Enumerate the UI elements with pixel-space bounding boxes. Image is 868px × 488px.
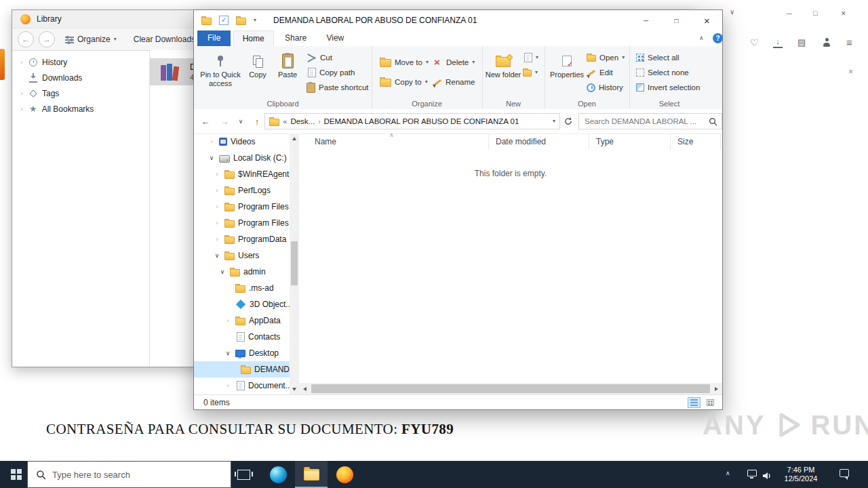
tree-item[interactable]: 3D Object... [194, 296, 290, 312]
clear-downloads-button[interactable]: Clear Downloads [127, 33, 202, 46]
chevron-collapsed-icon[interactable]: › [224, 317, 232, 324]
chevron-collapsed-icon[interactable]: › [213, 171, 221, 178]
library-icon[interactable]: ▤ [797, 37, 806, 47]
tree-item[interactable]: ∨Users [194, 247, 290, 264]
explorer-maximize-button[interactable]: □ [661, 10, 692, 30]
tab-overflow-chevron-icon[interactable]: ∨ [730, 8, 734, 16]
chevron-expanded-icon[interactable]: ∨ [224, 350, 232, 357]
tree-item[interactable]: DEMAND... [194, 361, 290, 378]
paste-shortcut-button[interactable]: Paste shortcut [307, 80, 369, 95]
details-view-button[interactable] [688, 397, 701, 408]
tab-home[interactable]: Home [233, 30, 274, 46]
chevron-collapsed-icon[interactable]: › [208, 138, 216, 145]
copy-path-button[interactable]: Copy path [307, 65, 355, 80]
refresh-button[interactable] [561, 113, 575, 129]
taskbar-clock[interactable]: 7:46 PM 12/5/2024 [777, 466, 825, 483]
tree-item[interactable]: ›Program Files [194, 199, 290, 215]
chevron-expanded-icon[interactable]: ∨ [213, 252, 221, 259]
sidebar-item-history[interactable]: ›History [12, 54, 149, 70]
chevron-expanded-icon[interactable]: ∨ [218, 268, 226, 275]
scroll-left-button[interactable] [299, 383, 311, 394]
qat-customize-chevron-icon[interactable]: ▾ [254, 18, 256, 23]
sidebar-item-tags[interactable]: ›Tags [12, 85, 149, 101]
explorer-search-input[interactable] [579, 117, 709, 125]
open-button[interactable]: Open ▾ [587, 50, 625, 65]
menu-icon[interactable]: ≡ [846, 37, 852, 48]
scroll-right-button[interactable] [711, 383, 722, 394]
tree-item[interactable]: .ms-ad [194, 280, 290, 296]
select-all-button[interactable]: Select all [636, 50, 679, 65]
icons-view-button[interactable] [704, 397, 717, 408]
explorer-search-box[interactable] [578, 113, 722, 129]
task-view-button[interactable] [227, 461, 260, 488]
hidden-icons-chevron-icon[interactable]: ∧ [726, 470, 730, 476]
back-button[interactable]: ← [197, 113, 214, 129]
new-folder-button[interactable]: New folder [485, 52, 521, 79]
properties-button[interactable]: Properties [547, 52, 587, 79]
easy-access-button[interactable]: ▾ [523, 65, 538, 80]
new-item-button[interactable]: ▾ [523, 50, 538, 65]
qat-properties-icon[interactable]: ✓ [219, 16, 229, 25]
edit-button[interactable]: Edit [587, 65, 613, 80]
column-header-size[interactable]: Size [671, 134, 721, 150]
explorer-close-button[interactable]: × [692, 10, 722, 30]
cut-button[interactable]: Cut [307, 50, 332, 65]
tab-file[interactable]: File [197, 30, 231, 46]
forward-button[interactable]: → [216, 113, 233, 129]
volume-icon[interactable] [762, 470, 772, 483]
sidebar-item-downloads[interactable]: Downloads [12, 70, 149, 85]
column-header-date-modified[interactable]: Date modified [489, 134, 589, 150]
firefox-close-button[interactable]: × [841, 8, 846, 18]
organize-button[interactable]: Organize ▾ [60, 33, 122, 46]
tree-item[interactable]: ›Document... [194, 378, 290, 394]
tree-item[interactable]: ›Program Files [194, 215, 290, 231]
firefox-maximize-button[interactable]: □ [813, 9, 818, 17]
chevron-collapsed-icon[interactable]: › [224, 382, 232, 389]
address-bar[interactable]: « Desk... › DEMANDA LABORAL POR ABUSO DE… [264, 113, 560, 129]
chevron-collapsed-icon[interactable]: › [213, 203, 221, 210]
tree-scrollbar[interactable] [290, 134, 299, 394]
address-dropdown-icon[interactable]: ▾ [553, 119, 555, 124]
firefox-minimize-button[interactable]: ─ [787, 9, 792, 18]
chevron-collapsed-icon[interactable]: › [213, 187, 221, 194]
tree-item[interactable]: ›ProgramData [194, 231, 290, 247]
history-button[interactable]: History [587, 80, 623, 95]
copy-button[interactable]: Copy [244, 52, 271, 79]
scrollbar-thumb[interactable] [291, 241, 298, 285]
paste-button[interactable]: Paste [273, 52, 302, 79]
taskbar-search-box[interactable]: Type here to search [27, 461, 231, 488]
chevron-collapsed-icon[interactable]: › [19, 90, 24, 97]
chevron-collapsed-icon[interactable]: › [213, 236, 221, 243]
chevron-collapsed-icon[interactable]: › [19, 59, 24, 66]
explorer-minimize-button[interactable]: ─ [631, 10, 661, 30]
tree-item[interactable]: ›Videos [194, 134, 290, 150]
copy-to-button[interactable]: Copy to ▾ [380, 75, 428, 89]
ribbon-collapse-icon[interactable]: ∧ [699, 35, 704, 41]
scrollbar-thumb[interactable] [311, 384, 710, 393]
horizontal-scrollbar[interactable] [299, 383, 722, 394]
help-button[interactable]: ? [713, 33, 723, 43]
up-button[interactable]: ↑ [248, 113, 266, 129]
network-icon[interactable] [747, 470, 757, 476]
firefox-taskbar-button[interactable] [328, 461, 361, 488]
move-to-button[interactable]: Move to ▾ [380, 55, 429, 70]
pin-to-quick-access-button[interactable]: Pin to Quick access [199, 52, 241, 88]
chevron-collapsed-icon[interactable]: › [19, 106, 24, 113]
recent-locations-chevron-icon[interactable]: ∨ [235, 113, 247, 129]
chevron-expanded-icon[interactable]: ∨ [208, 155, 216, 161]
qat-new-folder-icon[interactable] [236, 18, 246, 25]
breadcrumb-root[interactable]: Desk... [290, 117, 315, 125]
tree-item[interactable]: ›AppData [194, 312, 290, 329]
tab-view[interactable]: View [317, 30, 353, 46]
invert-selection-button[interactable]: Invert selection [636, 80, 700, 95]
account-icon[interactable] [822, 38, 831, 47]
breadcrumb-current[interactable]: DEMANDA LABORAL POR ABUSO DE CONFIANZA 0… [324, 117, 519, 125]
tree-item[interactable]: ›PerfLogs [194, 182, 290, 199]
column-header-name[interactable]: Name [299, 134, 489, 150]
tree-item[interactable]: ∨Local Disk (C:) [194, 150, 290, 166]
edge-taskbar-button[interactable] [262, 461, 294, 488]
tree-item[interactable]: ∨admin [194, 264, 290, 280]
library-back-button[interactable]: ← [18, 31, 34, 47]
file-explorer-taskbar-button[interactable] [295, 461, 328, 488]
heart-icon[interactable]: ♡ [750, 37, 759, 48]
